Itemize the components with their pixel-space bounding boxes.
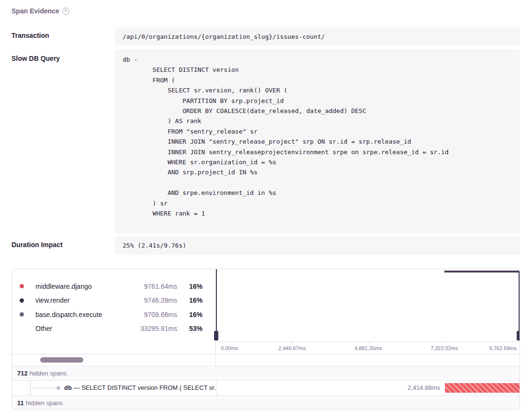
span-separator: — xyxy=(74,384,80,391)
axis-tick-mark xyxy=(444,342,445,345)
span-duration: 2,414.88ms xyxy=(407,381,440,395)
legend-dot-icon xyxy=(20,312,24,317)
slow-db-query-value: db - SELECT DISTINCT version FROM ( SELE… xyxy=(115,49,520,233)
minimap-time-axis: 0.00ms 2,440.67ms 4,881.35ms 7,322.02ms … xyxy=(216,341,520,354)
legend-dot-placeholder xyxy=(20,327,24,331)
duration-impact-value: 25% (2.41s/9.76s) xyxy=(115,236,520,255)
legend-dot-icon xyxy=(20,298,24,303)
scrollbar-row xyxy=(12,354,520,366)
minimap-left-grip-icon[interactable] xyxy=(214,331,218,341)
legend-percent: 53% xyxy=(177,325,203,332)
tree-horizontal-connector xyxy=(30,388,57,388)
legend-duration: 33295.81ms xyxy=(124,325,177,332)
legend-duration: 9746.28ms xyxy=(124,296,177,304)
legend-row-view-render[interactable]: view.render 9746.28ms 16% xyxy=(12,294,215,308)
axis-label-3: 7,322.02ms xyxy=(430,345,458,351)
scrollbar-row-spacer xyxy=(216,354,520,366)
minimap-window-right-handle[interactable] xyxy=(519,269,520,333)
minimap-selected-span-bar xyxy=(444,271,520,272)
legend-row-middleware-django[interactable]: middleware.django 9761.64ms 16% xyxy=(12,279,215,294)
legend-label: base.dispatch.execute xyxy=(35,311,124,318)
hidden-spans-count: 11 xyxy=(17,399,24,407)
sql-query-text: db - SELECT DISTINCT version FROM ( SELE… xyxy=(115,49,520,224)
hidden-spans-count: 712 xyxy=(17,370,28,377)
minimap-window-left-handle[interactable] xyxy=(216,269,217,333)
hidden-spans-row-before[interactable]: 712 hidden spans xyxy=(12,366,520,380)
span-op: db xyxy=(64,384,72,391)
span-row-db[interactable]: db — SELECT DISTINCT version FROM ( SELE… xyxy=(12,380,520,395)
duration-impact-label: Duration Impact xyxy=(11,241,63,249)
axis-label-0: 0.00ms xyxy=(221,345,238,351)
legend-row-other[interactable]: Other 33295.81ms 53% xyxy=(12,322,215,336)
span-duration-bar[interactable] xyxy=(445,383,520,393)
legend-duration: 9761.64ms xyxy=(124,283,177,290)
legend-percent: 16% xyxy=(177,283,203,290)
panel-top: middleware.django 9761.64ms 16% view.ren… xyxy=(12,269,520,354)
axis-tick-mark xyxy=(368,342,369,345)
axis-label-4: 9,762.69ms xyxy=(489,345,517,351)
section-heading-text: Span Evidence xyxy=(11,7,59,15)
axis-label-2: 4,881.35ms xyxy=(354,345,382,351)
span-legend: middleware.django 9761.64ms 16% view.ren… xyxy=(12,269,216,354)
span-description: db — SELECT DISTINCT version FROM ( SELE… xyxy=(64,381,216,395)
section-heading: Span Evidence ? xyxy=(11,7,69,15)
scrollbar-thumb[interactable] xyxy=(40,357,83,363)
minimap-canvas[interactable] xyxy=(216,269,520,341)
slow-db-query-label: Slow DB Query xyxy=(11,55,60,62)
legend-label: middleware.django xyxy=(35,283,124,290)
hidden-spans-label: hidden spans xyxy=(26,399,63,407)
minimap-right-grip-icon[interactable] xyxy=(517,331,520,341)
transaction-value: /api/0/organizations/{organization_slug}… xyxy=(115,27,520,45)
span-tree-panel: middleware.django 9761.64ms 16% view.ren… xyxy=(11,269,520,409)
help-icon[interactable]: ? xyxy=(62,8,69,15)
tree-node-dot-icon xyxy=(57,386,60,390)
legend-label: view.render xyxy=(35,296,124,304)
span-description-text: SELECT DISTINCT version FROM ( SELECT sr… xyxy=(81,384,215,391)
legend-duration: 9709.66ms xyxy=(124,311,177,318)
span-duration-cell: 2,414.88ms xyxy=(216,381,520,395)
transaction-label: Transaction xyxy=(11,32,49,39)
span-description-cell: db — SELECT DISTINCT version FROM ( SELE… xyxy=(12,381,216,395)
hidden-spans-label: hidden spans xyxy=(30,370,67,377)
legend-percent: 16% xyxy=(177,311,203,318)
legend-row-base-dispatch-execute[interactable]: base.dispatch.execute 9709.66ms 16% xyxy=(12,307,215,322)
scrollbar-track[interactable] xyxy=(12,354,216,366)
axis-tick-mark xyxy=(292,342,293,345)
trace-minimap: 0.00ms 2,440.67ms 4,881.35ms 7,322.02ms … xyxy=(216,269,520,354)
axis-label-1: 2,440.67ms xyxy=(278,345,306,351)
legend-dot-icon xyxy=(20,284,24,288)
hidden-spans-row-after[interactable]: 11 hidden spans xyxy=(12,395,520,409)
legend-percent: 16% xyxy=(177,296,203,304)
legend-label: Other xyxy=(35,325,124,332)
